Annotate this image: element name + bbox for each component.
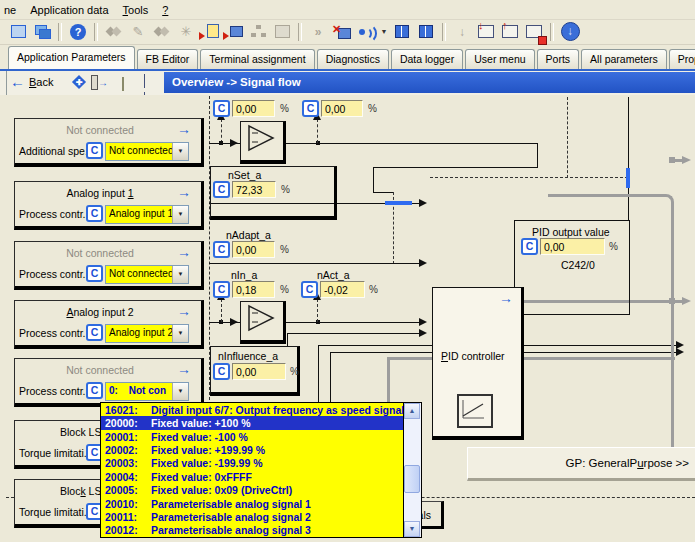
scroll-up-icon[interactable]: ▲	[404, 403, 420, 419]
tab-application-parameters[interactable]: Application Parameters	[8, 46, 135, 69]
dropdown-item[interactable]: 20003:Fixed value: -199.99 %	[101, 457, 421, 470]
signal-source-combo[interactable]: Analog input 2: C▼	[105, 324, 189, 343]
write-device-icon[interactable]	[415, 22, 437, 42]
toolbar-separator	[94, 23, 98, 41]
code-button[interactable]: C	[213, 100, 230, 117]
download-device-icon[interactable]: ↓	[475, 22, 497, 42]
code-button[interactable]: C	[86, 382, 103, 399]
help-icon[interactable]: ?	[67, 22, 89, 42]
menu-item-application-data[interactable]: Application data	[23, 2, 115, 18]
signal-source-combo-open[interactable]: 0:Not con▼	[105, 382, 189, 401]
goto-block-arrow-icon[interactable]: →	[177, 121, 191, 137]
tab-data-logger[interactable]: Data logger	[391, 49, 463, 69]
dropdown-item[interactable]: 20001:Fixed value: -100 %	[101, 430, 421, 443]
gp-general-purpose-button[interactable]: GP: GeneralPurpose >>	[467, 447, 695, 481]
back-button[interactable]: ← Back	[10, 74, 53, 89]
combo-dropdown-icon[interactable]: ▼	[172, 143, 188, 160]
token-icon[interactable]	[122, 78, 124, 90]
code-button[interactable]: C	[213, 281, 230, 298]
settings-gear-icon: ✳	[175, 22, 197, 42]
line	[430, 177, 628, 178]
signal-source-combo[interactable]: Analog input 1: C▼	[105, 205, 189, 224]
signal-source-combo[interactable]: Not connected▼	[105, 265, 189, 284]
signal-source-dropdown-list: 16021:Digital input 6/7: Output frequenc…	[100, 402, 422, 538]
nin-value-field[interactable]: 0,18	[232, 281, 275, 298]
ref2-value-field[interactable]: 0,00	[321, 100, 363, 117]
code-button[interactable]: C	[86, 324, 103, 341]
code-button[interactable]: C	[521, 238, 538, 255]
percent-unit: %	[290, 366, 299, 377]
goto-block-arrow-icon[interactable]: →	[177, 244, 191, 260]
block-label: Process contr..	[19, 208, 88, 220]
navigation-bar: ← Back ✚ → ✎ Overview -> Signal flow	[0, 71, 695, 95]
combo-dropdown-icon[interactable]: ▼	[172, 266, 188, 283]
code-button[interactable]: C	[301, 281, 318, 298]
read-device-icon[interactable]	[391, 22, 413, 42]
block-title: Analog input 2	[15, 306, 185, 318]
pid-output-value-field[interactable]: 0,00	[540, 238, 605, 255]
upload-device-icon[interactable]: ↑	[499, 22, 521, 42]
go-online-icon[interactable]: ↓	[559, 22, 581, 42]
code-button[interactable]: C	[302, 100, 319, 117]
combo-dropdown-icon[interactable]: ▼	[172, 383, 188, 400]
tab-user-menu[interactable]: User menu	[465, 49, 534, 69]
goto-block-arrow-icon[interactable]: →	[177, 361, 191, 377]
code-button[interactable]: C	[213, 363, 230, 380]
percent-unit: %	[281, 184, 290, 195]
tab-terminal-assignment[interactable]: Terminal assignment	[200, 49, 314, 69]
nadapt-value-field[interactable]: 0,00	[232, 241, 275, 258]
dropdown-item[interactable]: 20002:Fixed value: +199.99 %	[101, 443, 421, 456]
goto-pid-arrow-icon[interactable]: →	[499, 290, 513, 306]
toolbar-separator	[442, 23, 446, 41]
nact-label: nAct_a	[317, 269, 350, 281]
ref1-value-field[interactable]: 0,00	[232, 100, 275, 117]
cascade-windows-icon[interactable]	[31, 22, 53, 42]
dropdown-item[interactable]: 20004:Fixed value: 0xFFFF	[101, 470, 421, 483]
signal-source-combo[interactable]: Not connected▼	[105, 142, 189, 161]
block-label: Process contr..	[19, 268, 88, 280]
save-device-icon[interactable]	[523, 22, 545, 42]
dropdown-item[interactable]: 20010:Parameterisable analog signal 1	[101, 497, 421, 510]
block-title: Analog input 1	[15, 187, 185, 199]
dropdown-item-selected[interactable]: 20000:Fixed value: +100 %	[101, 416, 421, 429]
pid-output-label: PID output value	[532, 226, 610, 238]
code-button[interactable]: C	[86, 142, 103, 159]
combo-dropdown-icon[interactable]: ▼	[172, 206, 188, 223]
insert-block-icon[interactable]	[223, 22, 245, 42]
tab-fb-editor[interactable]: FB Editor	[137, 49, 199, 69]
dropdown-scrollbar[interactable]: ▲ ▼	[403, 403, 421, 537]
tab-ports[interactable]: Ports	[537, 49, 580, 69]
code-button[interactable]: C	[86, 205, 103, 222]
insert-note-icon[interactable]	[199, 22, 221, 42]
goto-block-arrow-icon[interactable]: →	[177, 303, 191, 319]
code-button[interactable]: C	[86, 265, 103, 282]
merge-icon	[151, 22, 173, 42]
combo-dropdown-icon[interactable]: ▼	[172, 325, 188, 342]
nact-value-field[interactable]: -0,02	[320, 281, 365, 298]
code-button[interactable]: C	[213, 181, 230, 198]
broadcast-options-icon[interactable]: ▼	[379, 22, 389, 42]
menu-item-tools[interactable]: Tools	[116, 2, 156, 18]
broadcast-icon[interactable]	[355, 22, 377, 42]
nset-value-field[interactable]: 72,33	[232, 181, 276, 198]
scroll-down-icon[interactable]: ▼	[404, 521, 420, 537]
toolbar-separator	[550, 23, 554, 41]
tab-diagnostics[interactable]: Diagnostics	[317, 49, 389, 69]
scrollbar-thumb[interactable]	[404, 465, 420, 493]
dropdown-item[interactable]: 20005:Fixed value: 0x09 (DriveCtrl)	[101, 483, 421, 496]
tab-properties[interactable]: Properties	[669, 49, 695, 69]
dropdown-item[interactable]: 16021:Digital input 6/7: Output frequenc…	[101, 403, 421, 416]
nin-label: nIn_a	[231, 269, 257, 281]
menu-item-help[interactable]: ?	[155, 2, 175, 18]
code-button[interactable]: C	[213, 241, 230, 258]
workspace-icon[interactable]	[7, 22, 29, 42]
delete-device-icon[interactable]: ✕	[331, 22, 353, 42]
goto-block-arrow-icon[interactable]: →	[177, 184, 191, 200]
ninfluence-value-field[interactable]: 0,00	[232, 363, 286, 380]
tab-all-parameters[interactable]: All parameters	[581, 49, 667, 69]
menu-item-online[interactable]: ne	[0, 2, 23, 18]
dropdown-item[interactable]: 20012:Parameterisable analog signal 3	[101, 524, 421, 537]
drop-item[interactable]: 20011:Parameterisable analog signal 2	[101, 510, 421, 523]
block-process-controller-3: Analog input 2 → Process contr.. C Analo…	[14, 300, 204, 349]
ninfluence-label: nInfluence_a	[218, 350, 278, 362]
